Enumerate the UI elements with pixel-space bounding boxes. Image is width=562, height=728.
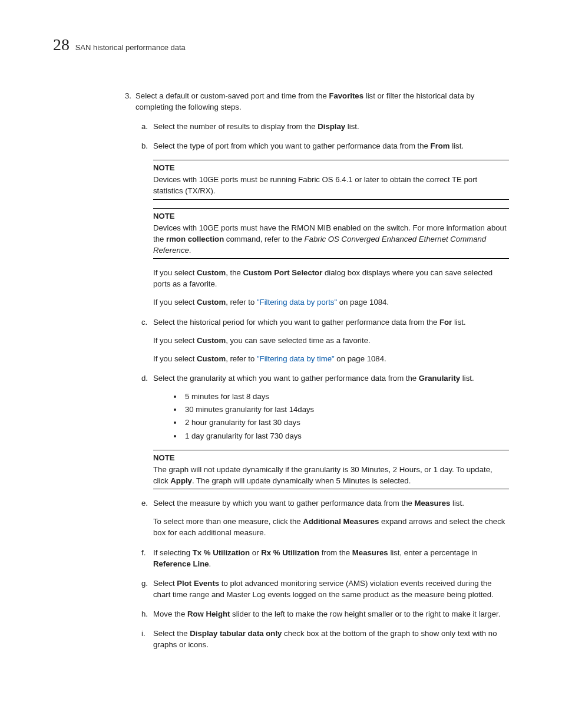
list-item: 1 day granularity for last 730 days <box>183 430 509 442</box>
content-body: 3. Select a default or custom-saved port… <box>135 90 509 651</box>
paragraph: If you select Custom, the Custom Port Se… <box>153 267 509 289</box>
note-body: Devices with 10GE ports must have the RM… <box>153 222 509 256</box>
substep-a: a. Select the number of results to displ… <box>153 121 509 132</box>
link-filter-time[interactable]: "Filtering data by time" <box>257 354 335 363</box>
substep-h: h. Move the Row Height slider to the lef… <box>153 608 509 620</box>
chapter-number: 28 <box>53 33 70 57</box>
substep-i: i. Select the Display tabular data only … <box>153 628 509 650</box>
note-title: NOTE <box>153 210 509 222</box>
note-title: NOTE <box>153 162 509 173</box>
substep-e: e. Select the measure by which you want … <box>153 498 509 509</box>
note-body: The graph will not update dynamically if… <box>153 464 509 486</box>
page: 28 SAN historical performance data 3. Se… <box>0 0 562 728</box>
granularity-bullets: 5 minutes for last 8 days 30 minutes gra… <box>153 391 509 442</box>
substep-g: g. Select Plot Events to plot advanced m… <box>153 578 509 600</box>
section-title: SAN historical performance data <box>75 42 186 54</box>
note-block-1: NOTE Devices with 10GE ports must be run… <box>153 160 509 199</box>
step-3: 3. Select a default or custom-saved port… <box>135 90 509 651</box>
substep-d: d. Select the granularity at which you w… <box>153 373 509 442</box>
substep-b: b. Select the type of port from which yo… <box>153 140 509 151</box>
list-item: 2 hour granularity for last 30 days <box>183 417 509 428</box>
paragraph: If you select Custom, refer to "Filterin… <box>153 297 509 308</box>
note-block-3: NOTE The graph will not update dynamical… <box>153 450 509 489</box>
step-label: 3. <box>125 90 139 101</box>
substep-c: c. Select the historical period for whic… <box>153 317 509 328</box>
note-body: Devices with 10GE ports must be running … <box>153 174 509 196</box>
substep-f: f. If selecting Tx % Utilization or Rx %… <box>153 547 509 569</box>
note-block-2: NOTE Devices with 10GE ports must have t… <box>153 208 509 259</box>
link-filter-ports[interactable]: "Filtering data by ports" <box>257 298 337 307</box>
list-item: 30 minutes granularity for last 14days <box>183 404 509 415</box>
list-item: 5 minutes for last 8 days <box>183 391 509 402</box>
note-title: NOTE <box>153 452 509 463</box>
page-header: 28 SAN historical performance data <box>53 33 509 57</box>
step-text: Select a default or custom-saved port an… <box>135 90 509 113</box>
paragraph: If you select Custom, you can save selec… <box>153 335 509 346</box>
paragraph: To select more than one measure, click t… <box>153 516 509 538</box>
paragraph: If you select Custom, refer to "Filterin… <box>153 353 509 364</box>
